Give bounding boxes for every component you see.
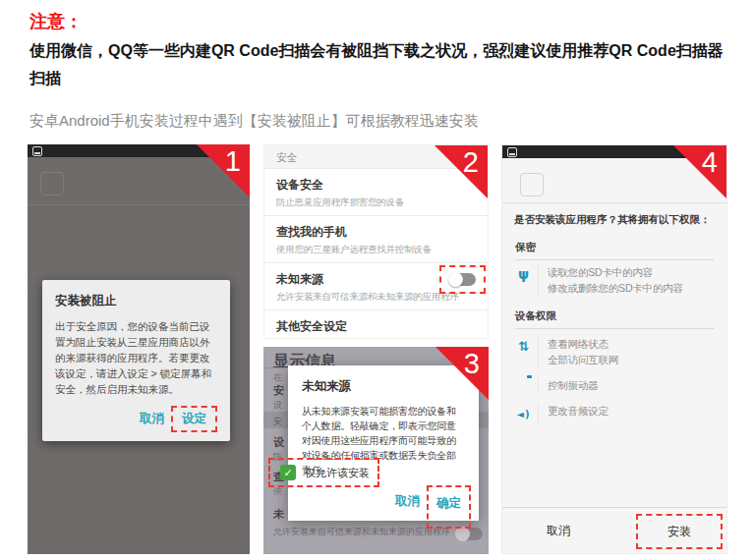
- cancel-button[interactable]: 取消: [547, 523, 570, 539]
- notification-icon: [507, 147, 517, 157]
- permission-text: 控制振动器: [548, 377, 599, 393]
- divider: [502, 202, 726, 203]
- vibration-icon: [515, 377, 539, 393]
- dialog-title: 安装被阻止: [55, 293, 217, 309]
- bg-item-title: 设: [273, 435, 284, 450]
- bg-item-title: 安: [273, 383, 284, 398]
- step-corner-badge: [197, 144, 250, 197]
- highlight-box: 安装: [636, 514, 723, 549]
- highlight-box: [439, 265, 486, 294]
- screenshot-step1: 1 4G 7: 安装被阻止 出于安全原因，您的设备当前已设置为阻止安装从三星应用…: [28, 144, 250, 554]
- checkbox-label: 仅允许该安装: [305, 466, 370, 480]
- permission-text: 更改音频设定: [548, 403, 609, 419]
- subtitle-text: 安卓Android手机安装过程中遇到【安装被阻止】可根据教程迅速安装: [29, 112, 479, 131]
- item-subtitle: 使用您的三星账户远程查找并控制设备: [276, 244, 476, 256]
- usb-icon: [515, 264, 539, 296]
- bottom-button-bar: 取消 安装: [502, 507, 726, 553]
- item-subtitle: 更改安全更新和证书存储等其他安全设定: [276, 338, 476, 339]
- section-device-permissions: 设备权限: [515, 309, 714, 329]
- item-title: 其他安全设定: [276, 318, 476, 335]
- permission-text: 读取您的SD卡中的内容 修改或删除您的SD卡中的内容: [548, 264, 683, 296]
- settings-item-other-security[interactable]: 其他安全设定 更改安全更新和证书存储等其他安全设定: [264, 309, 488, 339]
- bg-section-label: 安: [273, 416, 282, 428]
- step-number: 4: [702, 146, 718, 179]
- screenshot-step2: 安全 设备安全 防止恶意应用程序损害您的设备 查找我的手机 使用您的三星账户远程…: [263, 144, 489, 339]
- install-cell: 安装: [614, 508, 726, 553]
- step-number: 3: [464, 348, 480, 380]
- ok-button[interactable]: 确定: [436, 496, 461, 510]
- dialog-buttons: 取消 确定: [395, 485, 471, 529]
- highlight-box: 确定: [427, 485, 471, 529]
- bg-item-subtitle: 设: [273, 399, 282, 412]
- permission-text: 查看网络状态 全部访问互联网: [548, 336, 618, 367]
- cancel-button[interactable]: 取消: [395, 493, 420, 510]
- cancel-cell: 取消: [502, 508, 614, 553]
- permission-list: 读取您的SD卡中的内容 修改或删除您的SD卡中的内容: [515, 264, 717, 296]
- permission-row: 读取您的SD卡中的内容 修改或删除您的SD卡中的内容: [515, 264, 717, 296]
- cancel-button[interactable]: 取消: [140, 411, 164, 427]
- settings-item-find-my-mobile[interactable]: 查找我的手机 使用您的三星账户远程查找并控制设备: [264, 215, 488, 262]
- highlight-box: 仅允许该安装: [268, 458, 379, 487]
- install-blocked-dialog: 安装被阻止 出于安全原因，您的设备当前已设置为阻止安装从三星应用商店以外的来源获…: [42, 280, 230, 441]
- install-button[interactable]: 安装: [667, 524, 691, 540]
- checkbox-checked-icon[interactable]: [280, 465, 296, 480]
- step-number: 1: [225, 145, 241, 178]
- permission-row: 更改音频设定: [515, 403, 717, 423]
- lead-text: 使用微信，QQ等一些内建QR Code扫描会有被阻挡下载之状况，强烈建议使用推荐…: [29, 37, 733, 92]
- section-privacy: 保密: [515, 241, 714, 260]
- permission-list: 查看网络状态 全部访问互联网 控制振动器 更改音频设定: [515, 336, 717, 433]
- install-prompt-title: 是否安装该应用程序？其将拥有以下权限：: [514, 213, 711, 227]
- step-corner-badge: [673, 145, 726, 198]
- network-arrows-icon: [515, 336, 539, 367]
- settings-button[interactable]: 设定: [182, 411, 206, 427]
- app-icon-placeholder: [40, 172, 64, 196]
- highlight-box: 设定: [171, 406, 217, 432]
- step-corner-badge: [435, 347, 489, 400]
- step-corner-badge: [435, 145, 488, 198]
- dimmed-toggle: [456, 528, 483, 540]
- permission-row: 查看网络状态 全部访问互联网: [515, 336, 717, 367]
- divider: [28, 204, 250, 205]
- settings-item-unknown-sources[interactable]: 未知来源 允许安装来自可信来源和未知来源的应用程序: [264, 262, 488, 309]
- speaker-icon: [515, 403, 539, 423]
- notice-title: 注意：: [29, 10, 83, 33]
- permission-row: 控制振动器: [515, 377, 717, 393]
- dialog-body: 出于安全原因，您的设备当前已设置为阻止安装从三星应用商店以外的来源获得的应用程序…: [55, 318, 217, 397]
- notification-icon: [32, 146, 42, 156]
- screenshot-step3: 显示信息 在 安 设 安 设 防 查 使 未 允许安装来自可信来源和未知来源的应…: [263, 347, 489, 554]
- bg-item-title: 未: [273, 507, 284, 522]
- step-number: 2: [463, 146, 479, 179]
- app-icon-placeholder: [520, 173, 544, 196]
- item-title: 查找我的手机: [276, 224, 476, 241]
- screenshot-step4: 1 4G 7: 是否安装该应用程序？其将拥有以下权限： 保密 读取您的SD卡中的…: [501, 144, 727, 554]
- unknown-sources-toggle[interactable]: [449, 273, 476, 286]
- dialog-buttons: 取消 设定: [55, 406, 217, 432]
